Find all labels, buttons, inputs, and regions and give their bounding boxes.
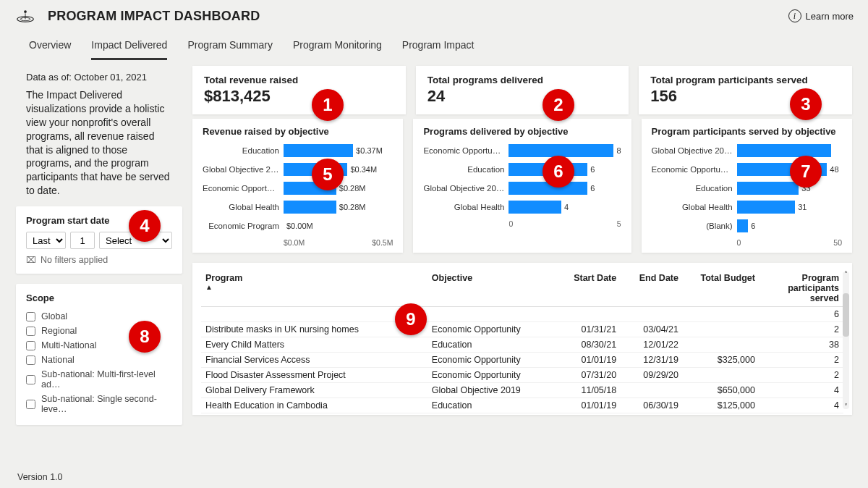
col-served[interactable]: Program participants served (760, 270, 843, 307)
chart-bar[interactable]: Global Objective 2019 $0.34M (203, 160, 393, 179)
bar-fill (284, 182, 336, 195)
col-program[interactable]: Program▲ (201, 270, 427, 307)
cell-objective: Global Health (427, 413, 559, 416)
scroll-down-icon[interactable]: ˅ (843, 403, 849, 411)
no-filters-label: No filters applied (41, 255, 108, 265)
bar-value: $0.28M (339, 184, 366, 193)
bar-category: Education (423, 165, 509, 174)
bar-fill (509, 144, 613, 157)
scope-checkbox[interactable] (26, 375, 35, 384)
kpi-revenue-title: Total revenue raised (204, 75, 394, 85)
cell-start: 01/31/21 (558, 322, 621, 337)
col-end[interactable]: End Date (621, 270, 683, 307)
chart-bar[interactable]: Global Health $0.28M (203, 198, 393, 216)
learn-more-button[interactable]: i Learn more (788, 9, 854, 22)
bar-category: Global Objective 2019 (203, 165, 284, 174)
chart-bar[interactable]: Education 6 (423, 160, 621, 179)
programs-table[interactable]: Program▲ Objective Start Date End Date T… (201, 270, 843, 415)
chart-bar[interactable]: Global Objective 2019 (652, 141, 842, 160)
filter-last-select[interactable]: Last (26, 232, 66, 249)
bar-value: $0.37M (356, 146, 383, 155)
kpi-participants-value: 156 (650, 87, 841, 106)
table-row[interactable]: Flood Disaster Assessment Project Econom… (201, 368, 843, 383)
scope-checkbox[interactable] (26, 356, 35, 365)
col-objective[interactable]: Objective (427, 270, 559, 307)
chart-bar[interactable]: Economic Opportunity 8 (423, 141, 621, 160)
scroll-thumb[interactable] (843, 293, 849, 337)
tab-program-summary[interactable]: Program Summary (187, 33, 272, 60)
cell-served: 2 (760, 368, 843, 383)
filter-unit-select[interactable]: Select (99, 232, 172, 249)
table-row[interactable]: Distribute masks in UK nursing homes Eco… (201, 322, 843, 337)
table-row[interactable]: Every Child Matters Education 08/30/21 1… (201, 337, 843, 353)
chart-bar[interactable]: Economic Opportunity 48 (652, 160, 842, 179)
tab-overview[interactable]: Overview (29, 33, 71, 60)
programs-table-card: Program▲ Objective Start Date End Date T… (192, 263, 852, 415)
chart-bar[interactable]: Economic Opportunity $0.28M (203, 179, 393, 198)
tab-program-impact[interactable]: Program Impact (402, 33, 475, 60)
bar-value: 31 (798, 203, 807, 211)
kpi-programs-title: Total programs delivered (427, 75, 618, 85)
cell-objective: Global Objective 2019 (427, 383, 559, 398)
bar-fill (737, 163, 827, 176)
bar-fill (737, 219, 749, 232)
data-as-of-text: Data as of: October 01, 2021 (16, 66, 182, 88)
filter-n-input[interactable] (70, 232, 95, 249)
cell-end: 12/01/22 (621, 337, 683, 353)
col-start[interactable]: Start Date (558, 270, 621, 307)
scope-option[interactable]: Multi-National (26, 338, 172, 353)
cell-program (201, 307, 427, 322)
cell-objective (427, 307, 559, 322)
chart-revenue-by-objective[interactable]: Revenue raised by objective Education $0… (192, 119, 403, 253)
table-row[interactable]: Global Delivery Framework Global Objecti… (201, 383, 843, 398)
tab-program-monitoring[interactable]: Program Monitoring (293, 33, 382, 60)
filter-scope-label: Scope (26, 293, 172, 303)
cell-budget: $500,000 (683, 413, 760, 416)
cell-end: 06/30/19 (621, 413, 683, 416)
cell-budget: $325,000 (683, 353, 760, 368)
chart-bar[interactable]: Global Objective 2019 6 (423, 179, 621, 198)
scope-checkbox[interactable] (26, 341, 35, 350)
scope-option[interactable]: National (26, 353, 172, 367)
cell-budget (683, 322, 760, 337)
cell-budget (683, 368, 760, 383)
chart-bar[interactable]: Education $0.37M (203, 141, 393, 160)
bar-category: Global Health (652, 203, 737, 211)
col-budget[interactable]: Total Budget (683, 270, 760, 307)
table-row[interactable]: 6 (201, 307, 843, 322)
cell-start: 08/30/21 (558, 337, 621, 353)
scope-checkbox[interactable] (26, 312, 35, 321)
scope-option[interactable]: Global (26, 309, 172, 324)
chart-programs-title: Programs delivered by objective (423, 126, 621, 137)
axis-tick: 0 (737, 238, 741, 247)
chart-bar[interactable]: Global Health 31 (652, 198, 842, 216)
scope-option[interactable]: Regional (26, 324, 172, 338)
cell-objective: Economic Opportunity (427, 353, 559, 368)
chart-bar[interactable]: (Blank) 6 (652, 216, 842, 235)
chart-programs-by-objective[interactable]: Programs delivered by objective Economic… (413, 119, 631, 253)
chart-participants-by-objective[interactable]: Program participants served by objective… (642, 119, 852, 253)
table-scrollbar[interactable]: ˄ ˅ (843, 272, 849, 409)
clear-filter-icon[interactable]: ⌧ (26, 255, 36, 265)
cell-served: 2 (760, 322, 843, 337)
cell-end: 09/29/20 (621, 368, 683, 383)
scroll-up-icon[interactable]: ˄ (843, 270, 849, 278)
tab-impact-delivered[interactable]: Impact Delivered (91, 33, 167, 60)
scope-checkbox[interactable] (26, 327, 35, 336)
table-row[interactable]: Health Education in Cambodia Education 0… (201, 398, 843, 413)
info-icon: i (788, 9, 801, 22)
chart-bar[interactable]: Economic Program $0.00M (203, 216, 393, 235)
chart-bar[interactable]: Education 33 (652, 179, 842, 198)
bar-value: 48 (830, 165, 838, 174)
bar-fill (509, 182, 587, 195)
scope-option[interactable]: Sub-national: Single second-leve… (26, 392, 172, 416)
cell-objective: Education (427, 337, 559, 353)
table-row[interactable]: Financial Services Access Economic Oppor… (201, 353, 843, 368)
cell-objective: Economic Opportunity (427, 368, 559, 383)
scope-option[interactable]: Sub-national: Multi-first-level ad… (26, 367, 172, 392)
table-row[interactable]: Health Education Initiatives Global Heal… (201, 413, 843, 416)
chart-bar[interactable]: Global Health 4 (423, 198, 621, 216)
axis-tick: $0.5M (372, 238, 393, 247)
scope-checkbox[interactable] (26, 400, 35, 409)
cell-served: 38 (760, 337, 843, 353)
